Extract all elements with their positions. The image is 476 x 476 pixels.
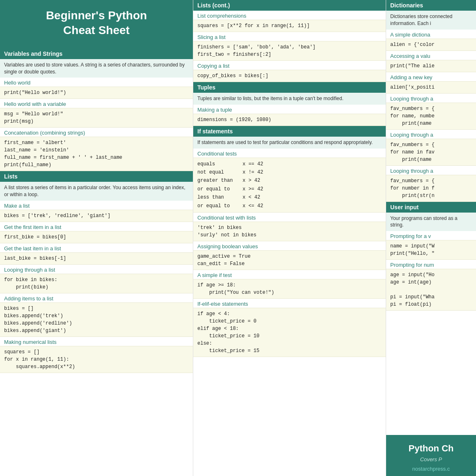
- label-bool-vals: Assigning boolean values: [193, 241, 386, 250]
- label-slicing: Slicing a list: [193, 32, 386, 41]
- section-desc-tuples: Tuples are similar to lists, but the ite…: [193, 93, 386, 105]
- code-simple-dict: alien = {'color: [386, 39, 476, 51]
- column-1: Beginner's Python Cheat Sheet Variables …: [0, 0, 193, 476]
- code-simple-if: if age >= 18: print("You can vote!"): [193, 279, 386, 299]
- label-access-val: Accessing a valu: [386, 51, 476, 60]
- label-making-tuple: Making a tuple: [193, 105, 386, 114]
- code-hello-variable: msg = "Hello world!" print(msg): [0, 108, 193, 128]
- code-cond-tests: equalsx == 42 not equalx != 42 greater t…: [193, 158, 386, 213]
- section-desc-if: If statements are used to test for parti…: [193, 137, 386, 149]
- code-prompt-num: age = input("Ho age = int(age) pi = inpu…: [386, 269, 476, 311]
- code-add-key: alien['x_positi: [386, 81, 476, 94]
- section-header-tuples: Tuples: [193, 82, 386, 93]
- column-2: Lists (cont.) List comprehensions square…: [193, 0, 386, 476]
- section-header-lists: Lists: [0, 171, 193, 182]
- code-prompt-val: name = input("W print("Hello, ": [386, 240, 476, 260]
- label-last-item: Get the last item in a list: [0, 243, 193, 252]
- label-make-list: Make a list: [0, 201, 193, 210]
- section-header-dicts: Dictionaries: [386, 0, 476, 11]
- label-first-item: Get the first item in a list: [0, 222, 193, 231]
- label-list-comprehensions: List comprehensions: [193, 11, 386, 20]
- section-desc-lists: A list stores a series of items in a par…: [0, 182, 193, 201]
- label-if-elif: If-elif-else statements: [193, 299, 386, 308]
- label-loop-dict-3: Looping through a: [386, 166, 476, 175]
- code-add-items: bikes = [] bikes.append('trek') bikes.ap…: [0, 302, 193, 337]
- label-simple-if: A simple if test: [193, 270, 386, 279]
- code-copying: copy_of_bikes = bikes[:]: [193, 70, 386, 82]
- label-prompt-val: Prompting for a v: [386, 231, 476, 240]
- code-make-list: bikes = ['trek', 'redline', 'giant']: [0, 210, 193, 222]
- page-title: Beginner's Python Cheat Sheet: [0, 0, 193, 48]
- label-loop-dict-2: Looping through a: [386, 130, 476, 139]
- code-cond-list: 'trek' in bikes 'surly' not in bikes: [193, 222, 386, 241]
- label-add-key: Adding a new key: [386, 72, 476, 81]
- label-loop-list: Looping through a list: [0, 265, 193, 274]
- section-desc-userinput: Your programs can stored as a string.: [386, 213, 476, 231]
- label-loop-dict-1: Looping through a: [386, 94, 476, 103]
- promo-box: Python Ch Covers P nostarchpress.c: [386, 435, 476, 476]
- promo-title: Python Ch: [390, 443, 472, 454]
- label-add-items: Adding items to a list: [0, 293, 193, 302]
- promo-link: nostarchpress.c: [390, 466, 472, 472]
- section-desc-variables: Variables are used to store values. A st…: [0, 59, 193, 78]
- code-loop-dict-3: fav_numbers = { for number in f print(st…: [386, 175, 476, 202]
- label-prompt-num: Prompting for num: [386, 260, 476, 269]
- code-loop-list: for bike in bikes: print(bike): [0, 274, 193, 293]
- code-bool-vals: game_active = True can_edit = False: [193, 250, 386, 270]
- promo-subtitle: Covers P: [390, 456, 472, 462]
- label-hello-world: Hello world: [0, 78, 193, 87]
- code-slicing: finishers = ['sam', 'bob', 'ada', 'bea']…: [193, 41, 386, 61]
- section-desc-dicts: Dictionaries store connected information…: [386, 11, 476, 30]
- code-hello-world: print("Hello world!"): [0, 87, 193, 99]
- label-cond-tests: Conditional tests: [193, 149, 386, 158]
- code-list-comprehensions: squares = [x**2 for x in range(1, 11)]: [193, 20, 386, 32]
- code-access-val: print("The alie: [386, 60, 476, 72]
- code-loop-dict-1: fav_numbers = { for name, numbe print(na…: [386, 103, 476, 130]
- code-last-item: last_bike = bikes[-1]: [0, 252, 193, 265]
- label-simple-dict: A simple dictiona: [386, 30, 476, 39]
- code-numerical-lists: squares = [] for x in range(1, 11): squa…: [0, 346, 193, 373]
- section-header-lists-cont: Lists (cont.): [193, 0, 386, 11]
- code-concat: first_name = 'albert' last_name = 'einst…: [0, 137, 193, 171]
- code-making-tuple: dimensions = (1920, 1080): [193, 114, 386, 126]
- label-numerical-lists: Making numerical lists: [0, 337, 193, 346]
- section-header-variables: Variables and Strings: [0, 48, 193, 59]
- label-hello-variable: Hello world with a variable: [0, 99, 193, 108]
- section-header-userinput: User input: [386, 202, 476, 213]
- section-header-if: If statements: [193, 126, 386, 137]
- label-cond-list: Conditional test with lists: [193, 213, 386, 222]
- label-copying: Copying a list: [193, 61, 386, 70]
- code-loop-dict-2: fav_numbers = { for name in fav print(na…: [386, 139, 476, 166]
- label-concat: Concatenation (combining strings): [0, 128, 193, 137]
- column-3: Dictionaries Dictionaries store connecte…: [386, 0, 476, 476]
- code-if-elif: if age < 4: ticket_price = 0 elif age < …: [193, 308, 386, 357]
- code-first-item: first_bike = bikes[0]: [0, 231, 193, 243]
